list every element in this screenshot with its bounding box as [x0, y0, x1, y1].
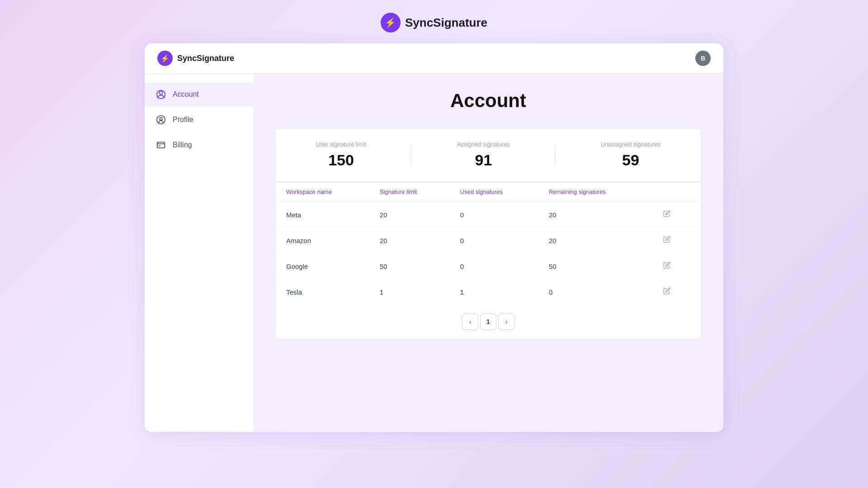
svg-point-3: [160, 117, 162, 120]
profile-icon: [156, 114, 166, 125]
lightning-icon: ⚡: [385, 17, 396, 28]
cell-edit: [652, 279, 698, 305]
cell-remaining-signatures: 0: [542, 279, 652, 305]
stat-user-signature-limit: User signature limit 150: [316, 141, 366, 169]
cell-remaining-signatures: 20: [542, 228, 652, 253]
svg-rect-4: [157, 142, 165, 148]
page-title: Account: [275, 90, 702, 112]
app-header: ⚡ SyncSignature B: [145, 43, 723, 74]
cell-used-signatures: 0: [453, 253, 542, 279]
stat-assigned-signatures: Assigned signatures 91: [457, 141, 510, 169]
app-body: Account Profile: [145, 74, 723, 432]
sidebar-item-account[interactable]: Account: [145, 83, 253, 106]
pagination-page-1-button[interactable]: 1: [480, 314, 496, 330]
cell-workspace-name: Tesla: [279, 279, 373, 305]
stat-divider-2: [555, 145, 556, 165]
cell-used-signatures: 0: [453, 228, 542, 253]
table-header: Workspace name Signature limit Used sign…: [279, 182, 698, 202]
user-avatar[interactable]: B: [695, 51, 711, 66]
account-icon: [156, 89, 166, 100]
table-row: Google 50 0 50: [279, 253, 698, 279]
cell-signature-limit: 20: [373, 228, 453, 253]
workspaces-table-section: Workspace name Signature limit Used sign…: [275, 182, 701, 305]
pagination-next-button[interactable]: ›: [498, 314, 514, 330]
table-row: Meta 20 0 20: [279, 202, 698, 228]
cell-used-signatures: 1: [453, 279, 542, 305]
cell-used-signatures: 0: [453, 202, 542, 228]
header-lightning-icon: ⚡: [160, 54, 170, 63]
app-header-name: SyncSignature: [177, 54, 234, 63]
user-sig-limit-label: User signature limit: [316, 141, 366, 148]
edit-row-button[interactable]: [660, 208, 674, 221]
assigned-sig-label: Assigned signatures: [457, 141, 510, 148]
unassigned-sig-label: Unassigned signatures: [601, 141, 660, 148]
cell-workspace-name: Meta: [279, 202, 373, 228]
cell-signature-limit: 1: [373, 279, 453, 305]
cell-edit: [652, 202, 698, 228]
cell-signature-limit: 50: [373, 253, 453, 279]
cell-edit: [652, 253, 698, 279]
col-signature-limit: Signature limit: [373, 182, 453, 202]
sidebar-item-profile[interactable]: Profile: [145, 108, 253, 131]
assigned-sig-value: 91: [457, 151, 510, 169]
table-row: Tesla 1 1 0: [279, 279, 698, 305]
workspaces-table: Workspace name Signature limit Used sign…: [279, 182, 698, 305]
cell-remaining-signatures: 20: [542, 202, 652, 228]
user-sig-limit-value: 150: [316, 151, 366, 169]
billing-icon: [156, 140, 166, 150]
cell-workspace-name: Google: [279, 253, 373, 279]
sidebar-billing-label: Billing: [173, 141, 192, 149]
sidebar: Account Profile: [145, 74, 253, 432]
main-content: Account User signature limit 150 Assigne…: [253, 74, 723, 432]
col-actions: [652, 182, 698, 202]
unassigned-sig-value: 59: [601, 151, 660, 169]
pagination-prev-button[interactable]: ‹: [462, 314, 478, 330]
stats-section: User signature limit 150 Assigned signat…: [275, 128, 701, 182]
app-header-logo: ⚡: [157, 51, 173, 66]
top-brand-logo-icon: ⚡: [381, 13, 401, 33]
svg-point-0: [159, 91, 162, 94]
edit-row-button[interactable]: [660, 286, 674, 298]
col-remaining-signatures: Remaining signatures: [542, 182, 652, 202]
cell-signature-limit: 20: [373, 202, 453, 228]
stat-divider-1: [411, 145, 412, 165]
cell-workspace-name: Amazon: [279, 228, 373, 253]
sidebar-profile-label: Profile: [173, 116, 193, 124]
account-card: User signature limit 150 Assigned signat…: [275, 128, 702, 339]
col-used-signatures: Used signatures: [453, 182, 542, 202]
table-row: Amazon 20 0 20: [279, 228, 698, 253]
sidebar-item-billing[interactable]: Billing: [145, 133, 253, 157]
stat-unassigned-signatures: Unassigned signatures 59: [601, 141, 660, 169]
edit-row-button[interactable]: [660, 234, 674, 247]
table-body: Meta 20 0 20 Amazon 20 0 20: [279, 202, 698, 305]
app-header-brand: ⚡ SyncSignature: [157, 51, 234, 66]
edit-row-button[interactable]: [660, 260, 674, 272]
col-workspace-name: Workspace name: [279, 182, 373, 202]
top-brand-bar: ⚡ SyncSignature: [381, 0, 487, 43]
pagination: ‹ 1 ›: [275, 305, 701, 339]
top-brand-name: SyncSignature: [405, 16, 487, 30]
cell-edit: [652, 228, 698, 253]
sidebar-account-label: Account: [173, 90, 199, 99]
cell-remaining-signatures: 50: [542, 253, 652, 279]
app-container: ⚡ SyncSignature B Account: [145, 43, 723, 432]
